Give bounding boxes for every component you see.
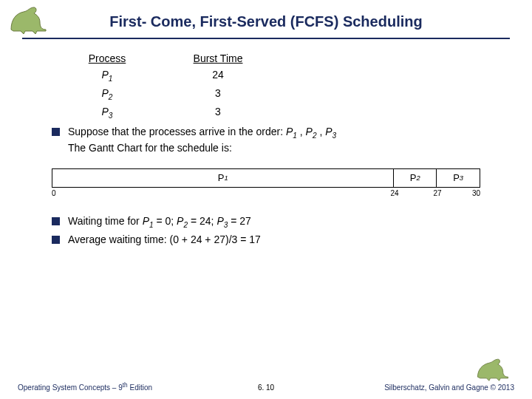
gantt-bar: P1P2P3 [52, 168, 480, 188]
dinosaur-icon [471, 355, 514, 382]
table-row: P2 [52, 87, 163, 101]
tick-label: 24 [390, 189, 398, 197]
list-item: Average waiting time: (0 + 24 + 27)/3 = … [52, 233, 480, 247]
table-header-process: Process [52, 52, 163, 64]
tick-label: 0 [52, 189, 56, 197]
slide-number: 6. 10 [258, 383, 274, 392]
bullet-list: Suppose that the processes arrive in the… [52, 125, 480, 154]
bullet-list: Waiting time for P1 = 0; P2 = 24; P3 = 2… [52, 214, 480, 247]
tick-label: 30 [472, 189, 480, 197]
tick-label: 27 [433, 189, 441, 197]
table-row: P3 [52, 106, 163, 120]
table-cell: 3 [163, 87, 273, 101]
slide-content: Process Burst Time P1 24 P2 3 P3 3 Suppo… [0, 39, 532, 247]
footer-right: Silberschatz, Galvin and Gagne © 2013 [384, 355, 514, 392]
gantt-segment: P3 [437, 169, 480, 187]
process-table: Process Burst Time P1 24 P2 3 P3 3 [52, 52, 480, 119]
gantt-chart: P1P2P3 0242730 [52, 168, 480, 198]
dinosaur-icon [7, 4, 52, 35]
gantt-segment: P2 [394, 169, 437, 187]
table-cell: 24 [163, 69, 273, 83]
copyright-text: Silberschatz, Galvin and Gagne © 2013 [384, 383, 514, 392]
gantt-ticks: 0242730 [52, 188, 480, 198]
slide-footer: Operating System Concepts – 9th Edition … [0, 355, 532, 392]
table-header-burst: Burst Time [163, 52, 273, 64]
table-cell: 3 [163, 106, 273, 120]
page-title: First- Come, First-Served (FCFS) Schedul… [22, 13, 510, 30]
list-item: Waiting time for P1 = 0; P2 = 24; P3 = 2… [52, 214, 480, 230]
slide-header: First- Come, First-Served (FCFS) Schedul… [0, 0, 532, 35]
gantt-segment: P1 [52, 169, 394, 187]
table-row: P1 [52, 69, 163, 83]
list-item: Suppose that the processes arrive in the… [52, 125, 480, 154]
footer-left: Operating System Concepts – 9th Edition [18, 381, 152, 392]
